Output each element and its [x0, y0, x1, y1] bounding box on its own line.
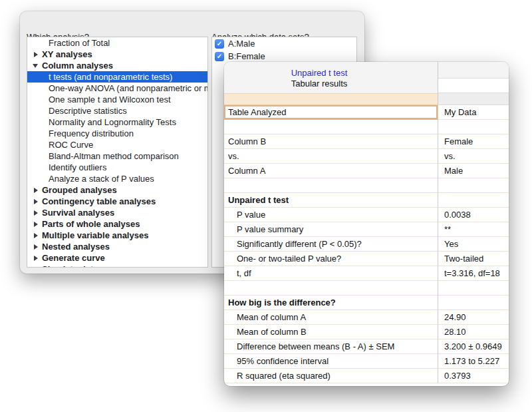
row-value-cell[interactable]: [438, 296, 509, 310]
row-label-cell[interactable]: Unpaired t test: [224, 193, 438, 208]
row-value-cell[interactable]: 1.173 to 5.227: [438, 354, 509, 369]
results-subtitle: Tabular results: [224, 79, 414, 89]
checkbox[interactable]: ✓: [215, 39, 224, 49]
row-label-cell[interactable]: P value: [224, 208, 438, 222]
analysis-list-item[interactable]: One-way ANOVA (and nonparametric or mixe…: [27, 83, 207, 94]
table-row: Column B Female: [224, 134, 509, 149]
row-label-cell[interactable]: Column B: [224, 134, 438, 149]
row-value-cell[interactable]: My Data: [438, 105, 509, 120]
row-label-cell[interactable]: [224, 281, 438, 296]
analysis-list-item[interactable]: XY analyses: [27, 49, 207, 60]
disclosure-triangle-icon[interactable]: [33, 254, 40, 262]
analysis-item-label: Normality and Lognormality Tests: [49, 116, 176, 128]
row-value-cell[interactable]: 28.10: [438, 325, 509, 339]
table-row: 95% confidence interval 1.173 to 5.227: [224, 354, 509, 369]
results-table: Table Analyzed My Data Column B Female v…: [224, 105, 509, 383]
row-value-cell[interactable]: [438, 120, 509, 134]
row-value-cell[interactable]: **: [438, 222, 509, 237]
data-column-header-strip[interactable]: [438, 93, 509, 105]
analysis-list-item[interactable]: Contingency table analyses: [27, 196, 207, 207]
row-value-cell[interactable]: t=3.316, df=18: [438, 266, 509, 281]
analysis-list-item[interactable]: Identify outliers: [27, 162, 207, 173]
row-title-header-strip[interactable]: [224, 93, 438, 105]
analysis-list-item[interactable]: Normality and Lognormality Tests: [27, 116, 207, 128]
table-row: One- or two-tailed P value? Two-tailed: [224, 252, 509, 266]
analysis-list-item[interactable]: Generate curve: [27, 252, 207, 264]
table-row: vs. vs.: [224, 149, 509, 164]
row-label-cell[interactable]: vs.: [224, 149, 438, 164]
analysis-list-item[interactable]: Nested analyses: [27, 241, 207, 252]
analysis-list-item[interactable]: t tests (and nonparametric tests): [27, 71, 207, 83]
analysis-list-item[interactable]: Multiple variable analyses: [27, 230, 207, 241]
row-value-cell[interactable]: Female: [438, 134, 509, 149]
analysis-item-label: t tests (and nonparametric tests): [49, 71, 172, 83]
analysis-list-item[interactable]: Frequency distribution: [27, 128, 207, 139]
analysis-list-item[interactable]: Fraction of Total: [27, 37, 207, 49]
row-label-cell[interactable]: Difference between means (B - A) ± SEM: [224, 339, 438, 354]
results-header-data-column: [438, 62, 509, 93]
checkbox[interactable]: ✓: [215, 52, 224, 61]
row-label-cell[interactable]: Mean of column A: [224, 310, 438, 325]
row-label-cell[interactable]: Significantly different (P < 0.05)?: [224, 237, 438, 252]
table-row: R squared (eta squared) 0.3793: [224, 369, 509, 383]
row-value-cell[interactable]: Yes: [438, 237, 509, 252]
disclosure-triangle-icon[interactable]: [33, 198, 40, 205]
analysis-list-item[interactable]: Simulate data: [27, 264, 207, 268]
analysis-list-item[interactable]: ROC Curve: [27, 139, 207, 150]
row-label-cell[interactable]: Mean of column B: [224, 325, 438, 339]
analysis-list-item[interactable]: Descriptive statistics: [27, 105, 207, 116]
disclosure-triangle-icon[interactable]: [33, 232, 40, 239]
dataset-label: A:Male: [228, 39, 255, 49]
disclosure-triangle-icon[interactable]: [33, 51, 40, 58]
row-value-cell[interactable]: 24.90: [438, 310, 509, 325]
analysis-list-item[interactable]: Analyze a stack of P values: [27, 173, 207, 184]
row-label-cell[interactable]: Table Analyzed: [224, 105, 438, 120]
data-column-empty-cell[interactable]: [438, 79, 509, 93]
table-row: Column A Male: [224, 164, 509, 178]
row-value-cell[interactable]: [438, 281, 509, 296]
table-row: [224, 178, 509, 193]
analysis-item-label: One sample t and Wilcoxon test: [49, 94, 171, 105]
row-value-cell[interactable]: [438, 193, 509, 208]
results-header: Unpaired t test Tabular results: [224, 62, 509, 93]
row-value-cell[interactable]: 0.0038: [438, 208, 509, 222]
row-label-cell[interactable]: [224, 178, 438, 193]
analysis-list-item[interactable]: One sample t and Wilcoxon test: [27, 94, 207, 105]
row-value-cell[interactable]: vs.: [438, 149, 509, 164]
row-label-cell[interactable]: Column A: [224, 164, 438, 178]
checkmark-icon: ✓: [217, 41, 222, 47]
analysis-list-item[interactable]: Grouped analyses: [27, 184, 207, 196]
row-value-cell[interactable]: 0.3793: [438, 369, 509, 383]
disclosure-triangle-icon[interactable]: [33, 209, 40, 216]
column-header-strip: [224, 93, 509, 105]
row-label-cell[interactable]: One- or two-tailed P value?: [224, 252, 438, 266]
disclosure-triangle-icon[interactable]: [33, 266, 40, 268]
results-title-link[interactable]: Unpaired t test: [224, 68, 414, 79]
data-column-header-cell[interactable]: [438, 62, 509, 79]
row-value-cell[interactable]: Male: [438, 164, 509, 178]
row-value-cell[interactable]: [438, 178, 509, 193]
row-value-cell[interactable]: 3.200 ± 0.9649: [438, 339, 509, 354]
analysis-list-item[interactable]: Survival analyses: [27, 207, 207, 218]
dataset-checkbox-item[interactable]: ✓ A:Male: [212, 37, 356, 50]
analysis-list[interactable]: Fraction of Total XY analyses Column ana…: [27, 37, 208, 268]
analysis-item-label: One-way ANOVA (and nonparametric or mixe…: [49, 83, 207, 94]
dataset-checkbox-item[interactable]: ✓ B:Female: [212, 50, 356, 63]
row-value-cell[interactable]: Two-tailed: [438, 252, 509, 266]
row-label-cell[interactable]: How big is the difference?: [224, 296, 438, 310]
analysis-list-item[interactable]: Parts of whole analyses: [27, 218, 207, 230]
analysis-list-item[interactable]: Column analyses: [27, 60, 207, 71]
table-row: Significantly different (P < 0.05)? Yes: [224, 237, 509, 252]
table-row: t, df t=3.316, df=18: [224, 266, 509, 281]
row-label-cell[interactable]: P value summary: [224, 222, 438, 237]
row-label-cell[interactable]: 95% confidence interval: [224, 354, 438, 369]
row-label-cell[interactable]: [224, 120, 438, 134]
analysis-list-item[interactable]: Bland-Altman method comparison: [27, 150, 207, 162]
disclosure-triangle-icon[interactable]: [33, 186, 40, 194]
disclosure-triangle-icon[interactable]: [33, 220, 40, 228]
row-label-cell[interactable]: t, df: [224, 266, 438, 281]
row-label-cell[interactable]: R squared (eta squared): [224, 369, 438, 383]
disclosure-triangle-icon[interactable]: [33, 243, 40, 250]
disclosure-triangle-icon[interactable]: [33, 62, 40, 69]
table-row: Difference between means (B - A) ± SEM 3…: [224, 339, 509, 354]
